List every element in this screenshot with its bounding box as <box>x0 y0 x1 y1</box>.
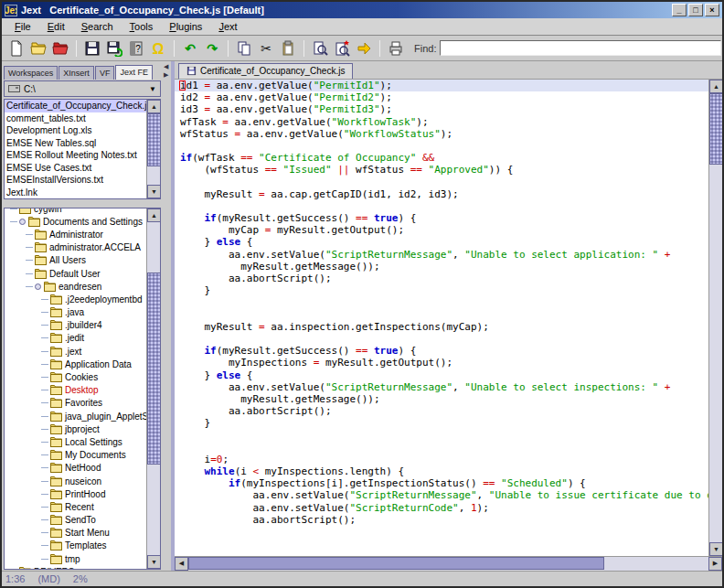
tree-item[interactable]: SendTo <box>5 514 146 527</box>
editor-vscrollbar[interactable]: ▲ ▼ <box>708 80 722 556</box>
tree-item[interactable]: DRIVERS <box>5 565 146 569</box>
maximize-button[interactable]: □ <box>688 4 703 16</box>
code-area[interactable]: id1 = aa.env.getValue("PermitId1");id2 =… <box>175 80 708 556</box>
tree-item[interactable]: Desktop <box>5 384 146 397</box>
tree-item[interactable]: administrator.ACCELA <box>5 241 146 254</box>
tree-item[interactable]: Templates <box>5 540 146 552</box>
tab-workspaces[interactable]: Workspaces <box>4 66 58 80</box>
tree-item[interactable]: java_plugin_AppletStore <box>5 410 146 422</box>
tree-item-label: My Documents <box>65 450 126 460</box>
file-list-item[interactable]: comment_tables.txt <box>5 112 146 125</box>
find-next-icon[interactable] <box>354 39 374 58</box>
redo-icon[interactable]: ↷ <box>202 39 222 58</box>
find-input[interactable] <box>440 40 721 56</box>
omega-icon[interactable]: Ω <box>148 39 168 58</box>
tree-item[interactable]: Administrator <box>5 228 146 241</box>
tree-item[interactable]: Application Data <box>5 358 146 370</box>
scroll-down-icon[interactable]: ▼ <box>147 185 161 198</box>
tree-item[interactable]: NetHood <box>5 462 146 475</box>
scroll-left-icon[interactable]: ◀ <box>175 557 188 571</box>
drive-combobox[interactable]: C:\ ▼ <box>4 80 161 97</box>
cut-icon[interactable]: ✂ <box>256 39 276 58</box>
file-list-item[interactable]: Development Log.xls <box>5 124 146 137</box>
tree-item[interactable]: Cookies <box>5 370 146 383</box>
file-list-item[interactable]: Certificate_of_Occupancy_Check.js <box>5 100 146 112</box>
expand-handle-icon[interactable] <box>35 283 41 290</box>
undo-icon[interactable]: ↶ <box>180 39 200 58</box>
scrollbar-thumb[interactable] <box>147 273 161 465</box>
menu-edit[interactable]: Edit <box>40 19 72 34</box>
menu-file[interactable]: File <box>7 19 38 34</box>
scroll-up-icon[interactable]: ▲ <box>147 100 161 113</box>
code-line: aa.abortScript(); <box>175 273 708 284</box>
tree-scrollbar[interactable]: ▲ ▼ <box>146 208 160 569</box>
tab-xinsert[interactable]: XInsert <box>59 66 94 80</box>
document-properties-icon[interactable]: ? <box>126 39 146 58</box>
tab-vf[interactable]: VF <box>95 66 115 80</box>
tab-jext-fe[interactable]: Jext FE <box>115 65 153 80</box>
paste-icon[interactable] <box>278 39 298 58</box>
scroll-up-icon[interactable]: ▲ <box>147 208 161 222</box>
menu-jext[interactable]: Jext <box>211 19 244 34</box>
minimize-button[interactable]: _ <box>672 4 687 16</box>
find-icon[interactable] <box>310 39 330 58</box>
tree-item[interactable]: PrintHood <box>5 487 146 500</box>
vertical-splitter[interactable]: ◀ ▶ <box>163 61 175 571</box>
tree-item[interactable]: Start Menu <box>5 527 146 540</box>
tree-item[interactable]: eandresen <box>5 280 146 293</box>
print-icon[interactable] <box>386 39 406 58</box>
tree-item[interactable]: Favorites <box>5 397 146 410</box>
save-file-icon[interactable] <box>82 39 102 58</box>
editor-hscrollbar[interactable]: ◀ ▶ <box>175 556 722 571</box>
open-file-icon[interactable] <box>28 39 48 58</box>
caret <box>179 80 186 91</box>
horizontal-splitter[interactable] <box>4 199 161 208</box>
tree-item[interactable]: nuseicon <box>5 475 146 487</box>
file-list-item[interactable]: EMSEInstallVersions.txt <box>5 174 146 187</box>
tree-item[interactable]: My Documents <box>5 449 146 462</box>
tree-item[interactable]: tmp <box>5 552 146 565</box>
tree-item-label: .java <box>65 307 84 317</box>
scroll-right-icon[interactable]: ▶ <box>708 557 722 571</box>
editor-tab[interactable]: Certificate_of_Occupancy_Check.js <box>178 63 353 79</box>
tree-item[interactable]: .jbuilder4 <box>5 319 146 332</box>
file-list-item[interactable]: EMSE New Tables.sql <box>5 137 146 150</box>
file-list-item[interactable]: EMSE Use Cases.txt <box>5 162 146 175</box>
menu-plugins[interactable]: Plugins <box>162 19 209 34</box>
tree-item[interactable]: jbproject <box>5 422 146 435</box>
menu-search[interactable]: Search <box>74 19 121 34</box>
scrollbar-thumb[interactable] <box>709 93 723 165</box>
toolbar-separator <box>228 40 229 57</box>
expand-handle-icon[interactable] <box>19 219 26 225</box>
new-file-icon[interactable] <box>6 39 27 58</box>
code-line: aa.env.setValue("ScriptReturnMessage", "… <box>175 489 708 501</box>
tree-item[interactable]: .j2eedeploymentbd <box>5 293 146 305</box>
tree-item[interactable]: .jedit <box>5 332 146 345</box>
close-button[interactable]: × <box>705 4 719 16</box>
file-list-scrollbar[interactable]: ▲ ▼ <box>146 100 160 198</box>
file-list-item[interactable]: Jext.lnk <box>5 187 146 199</box>
tree-item[interactable]: All Users <box>5 254 146 267</box>
file-list-item[interactable]: EMSE Rollout Meeting Notes.txt <box>5 149 146 162</box>
folder-icon <box>50 372 62 382</box>
expand-right-icon[interactable]: ▶ <box>164 71 168 78</box>
tree-item[interactable]: cygwin <box>5 208 146 215</box>
scrollbar-thumb[interactable] <box>147 113 161 166</box>
scroll-up-icon[interactable]: ▲ <box>709 80 723 93</box>
tree-item[interactable]: Default User <box>5 267 146 280</box>
tree-item[interactable]: Documents and Settings <box>5 215 146 228</box>
close-file-icon[interactable] <box>50 39 70 58</box>
tree-item[interactable]: Recent <box>5 500 146 513</box>
tree-item[interactable]: .jext <box>5 345 146 358</box>
save-all-icon[interactable] <box>104 39 124 58</box>
copy-icon[interactable] <box>234 39 254 58</box>
scroll-down-icon[interactable]: ▼ <box>709 542 723 556</box>
collapse-left-icon[interactable]: ◀ <box>164 63 168 69</box>
menu-tools[interactable]: Tools <box>122 19 161 34</box>
scroll-down-icon[interactable]: ▼ <box>147 555 161 569</box>
titlebar[interactable]: Jext Jext Certificate_of_Occupancy_Check… <box>2 2 722 18</box>
tree-item[interactable]: .java <box>5 306 146 319</box>
scrollbar-thumb[interactable] <box>188 557 604 570</box>
tree-item[interactable]: Local Settings <box>5 435 146 448</box>
find-replace-icon[interactable] <box>332 39 352 58</box>
